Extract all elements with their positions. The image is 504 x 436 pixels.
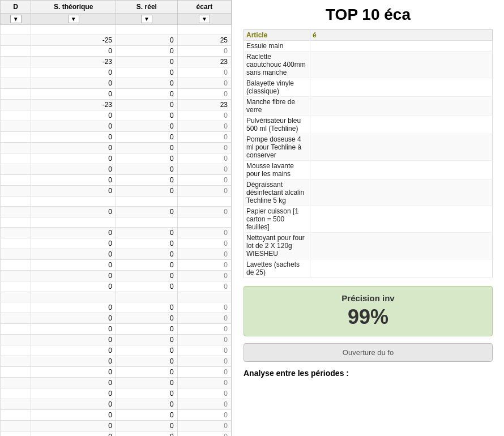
cell-s-theorique: 0 xyxy=(31,153,116,164)
cell-s-reel: 0 xyxy=(116,35,177,46)
table-row xyxy=(1,25,232,35)
filter-theorique-btn[interactable]: ▼ xyxy=(68,15,79,23)
top10-article-cell: Papier cuisson [1 carton = 500 feuilles] xyxy=(244,206,310,233)
cell-d xyxy=(1,217,31,228)
cell-ecart: 0 xyxy=(177,110,231,121)
cell-s-reel: 0 xyxy=(116,281,177,292)
cell-d xyxy=(1,421,31,431)
cell-s-reel: 0 xyxy=(116,164,177,175)
top10-row: Pompe doseuse 4 ml pour Techline à conse… xyxy=(244,134,493,161)
filter-ecart-btn[interactable]: ▼ xyxy=(199,15,210,23)
table-row: 0 0 0 xyxy=(1,271,232,281)
cell-s-reel: 0 xyxy=(116,249,177,260)
table-row: 0 0 0 xyxy=(1,46,232,57)
table-row: -23 0 23 xyxy=(1,57,232,67)
table-row: 0 0 0 xyxy=(1,324,232,335)
filter-row[interactable]: ▼ ▼ ▼ ▼ xyxy=(1,14,232,25)
top10-article-cell: Pulvérisateur bleu 500 ml (Techline) xyxy=(244,116,310,134)
top10-ecart-cell xyxy=(310,116,493,134)
cell-s-reel: 0 xyxy=(116,46,177,57)
table-row: 0 0 0 xyxy=(1,143,232,153)
cell-d xyxy=(1,196,31,207)
cell-ecart: 23 xyxy=(177,100,231,110)
top10-ecart-cell xyxy=(310,97,493,116)
cell-s-theorique: 0 xyxy=(31,410,116,421)
table-row: 0 0 0 xyxy=(1,421,232,431)
cell-s-theorique: 0 xyxy=(31,378,116,388)
filter-d[interactable]: ▼ xyxy=(1,14,31,25)
cell-s-reel: 0 xyxy=(116,207,177,217)
cell-s-theorique xyxy=(31,217,116,228)
table-row: 0 0 0 xyxy=(1,238,232,249)
cell-s-reel: 0 xyxy=(116,367,177,378)
cell-s-reel: 0 xyxy=(116,175,177,186)
cell-ecart: 0 xyxy=(177,378,231,388)
cell-d xyxy=(1,302,31,313)
cell-s-theorique: 0 xyxy=(31,356,116,367)
cell-ecart: 0 xyxy=(177,410,231,421)
table-row: 0 0 0 xyxy=(1,367,232,378)
cell-s-theorique: 0 xyxy=(31,367,116,378)
top10-article-cell: Manche fibre de verre xyxy=(244,97,310,116)
cell-d xyxy=(1,78,31,89)
top10-row: Dégraissant désinfectant alcalin Techlin… xyxy=(244,179,493,206)
filter-s-reel[interactable]: ▼ xyxy=(116,14,177,25)
data-table: D S. théorique S. réel écart ▼ ▼ ▼ ▼ xyxy=(0,0,232,436)
cell-s-theorique: 0 xyxy=(31,89,116,100)
cell-s-reel: 0 xyxy=(116,302,177,313)
cell-s-theorique: -25 xyxy=(31,35,116,46)
cell-ecart: 0 xyxy=(177,67,231,78)
table-row: 0 0 0 xyxy=(1,207,232,217)
precision-value: 99% xyxy=(253,305,483,329)
cell-s-reel: 0 xyxy=(116,78,177,89)
top10-row: Papier cuisson [1 carton = 500 feuilles] xyxy=(244,206,493,233)
cell-s-reel: 0 xyxy=(116,67,177,78)
cell-ecart: 0 xyxy=(177,164,231,175)
cell-s-reel: 0 xyxy=(116,57,177,67)
filter-reel-btn[interactable]: ▼ xyxy=(141,15,152,23)
cell-s-reel: 0 xyxy=(116,345,177,356)
cell-s-theorique: 0 xyxy=(31,143,116,153)
cell-s-reel: 0 xyxy=(116,153,177,164)
cell-ecart xyxy=(177,217,231,228)
cell-d xyxy=(1,228,31,238)
filter-s-theorique[interactable]: ▼ xyxy=(31,14,116,25)
cell-s-theorique: -23 xyxy=(31,100,116,110)
top10-ecart-cell xyxy=(310,206,493,233)
cell-s-reel: 0 xyxy=(116,132,177,143)
top10-row: Lavettes (sachets de 25) xyxy=(244,259,493,278)
cell-s-reel: 0 xyxy=(116,313,177,324)
cell-ecart: 0 xyxy=(177,260,231,271)
cell-d xyxy=(1,271,31,281)
cell-d xyxy=(1,89,31,100)
cell-d xyxy=(1,313,31,324)
filter-ecart[interactable]: ▼ xyxy=(177,14,231,25)
cell-ecart: 0 xyxy=(177,421,231,431)
col-ecart: écart xyxy=(177,1,231,14)
cell-ecart: 0 xyxy=(177,302,231,313)
top10-header-row: Article é xyxy=(244,30,493,41)
cell-s-theorique: 0 xyxy=(31,186,116,196)
cell-ecart: 0 xyxy=(177,89,231,100)
table-row: 0 0 0 xyxy=(1,121,232,132)
ouverture-button[interactable]: Ouverture du fo xyxy=(244,343,493,362)
top10-row: Mousse lavante pour les mains xyxy=(244,161,493,179)
cell-d xyxy=(1,324,31,335)
cell-s-theorique: 0 xyxy=(31,46,116,57)
cell-ecart: 0 xyxy=(177,228,231,238)
precision-box: Précision inv 99% xyxy=(244,286,493,336)
top10-article-cell: Dégraissant désinfectant alcalin Techlin… xyxy=(244,179,310,206)
table-row: 0 0 0 xyxy=(1,399,232,410)
filter-d-btn[interactable]: ▼ xyxy=(10,15,22,23)
cell-s-reel: 0 xyxy=(116,121,177,132)
cell-s-reel xyxy=(116,196,177,207)
cell-ecart: 0 xyxy=(177,388,231,399)
cell-ecart: 0 xyxy=(177,78,231,89)
cell-s-theorique: 0 xyxy=(31,175,116,186)
cell-ecart: 0 xyxy=(177,356,231,367)
cell-ecart: 0 xyxy=(177,281,231,292)
cell-s-reel: 0 xyxy=(116,186,177,196)
cell-d xyxy=(1,367,31,378)
cell-ecart: 0 xyxy=(177,186,231,196)
table-row: 0 0 0 xyxy=(1,132,232,143)
